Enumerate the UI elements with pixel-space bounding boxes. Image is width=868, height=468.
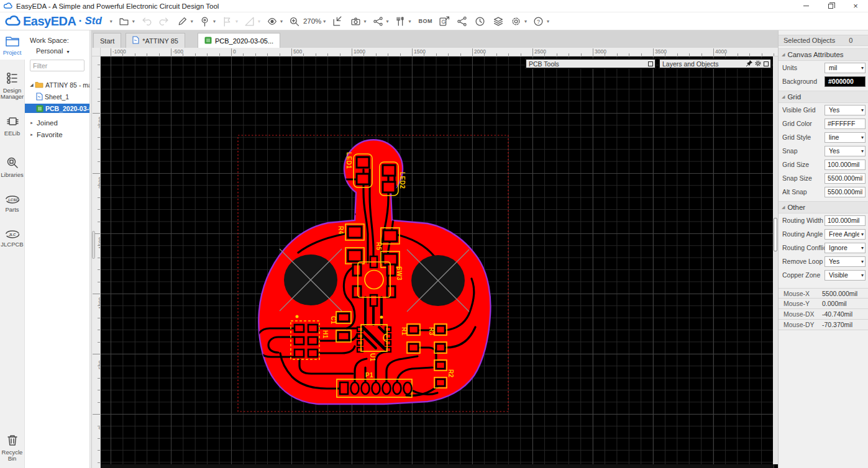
horizontal-scrollbar[interactable] — [101, 464, 773, 468]
easyeda-logo[interactable]: EasyEDA · Std — [5, 14, 102, 29]
field-alt-snap-input[interactable] — [825, 187, 866, 197]
collapse-icon[interactable] — [648, 61, 653, 66]
undo-icon — [140, 14, 153, 29]
tools-dropdown-caret[interactable]: ▾ — [408, 19, 411, 24]
settings-gear-icon[interactable] — [510, 14, 523, 29]
camera-dropdown-caret[interactable]: ▾ — [363, 19, 366, 24]
collapsed-arrow-icon[interactable]: ▸ — [29, 132, 35, 137]
layers-icon[interactable] — [492, 14, 505, 29]
tree-item-project-folder[interactable]: ◢ ATTINY 85 - maste — [25, 80, 89, 89]
collapsed-arrow-icon[interactable]: ▸ — [29, 120, 35, 125]
section-header-other[interactable]: ◢Other — [779, 201, 868, 214]
app-logo-icon — [4, 2, 12, 9]
left-scrollbar-thumb[interactable] — [92, 231, 95, 259]
convert-dropdown-caret[interactable]: ▾ — [386, 19, 388, 24]
sidebar-item-recycle-bin[interactable]: Recycle Bin — [0, 429, 25, 466]
mouse-value: -40.740mil — [822, 310, 852, 318]
zoom-dropdown-caret[interactable]: ▾ — [323, 19, 326, 24]
export-gerber-icon[interactable]: G — [438, 14, 450, 29]
eye-dropdown-caret[interactable]: ▾ — [280, 19, 283, 24]
mouse-label: Mouse-DY — [783, 321, 822, 328]
minimize-button[interactable] — [793, 0, 818, 12]
tree-item-pcb[interactable]: PCB_2020-03-05 — [25, 104, 89, 113]
folder-icon[interactable] — [118, 14, 130, 29]
field-units-select[interactable]: mil▾ — [825, 63, 866, 73]
selected-objects-label: Selected Objects — [783, 37, 835, 44]
sidebar-item-parts[interactable]: LCSC Parts — [0, 191, 25, 217]
collapse-icon[interactable] — [764, 61, 769, 66]
tree-item-favorite[interactable]: ▸ Favorite — [25, 130, 89, 139]
history-icon[interactable] — [474, 14, 487, 29]
tools-icon[interactable] — [394, 14, 406, 29]
workspace-caret: ▾ — [66, 49, 69, 55]
filter-input[interactable] — [30, 60, 85, 71]
field-label: Alt Snap — [782, 188, 825, 196]
field-background-swatch[interactable]: #000000 — [825, 76, 866, 87]
camera-icon[interactable] — [349, 14, 362, 29]
pin-dropdown-caret[interactable]: ▾ — [213, 19, 216, 24]
section-header-grid[interactable]: ◢Grid — [779, 91, 868, 103]
pcb-canvas[interactable]: LED1 LED2 R4 — [92, 48, 778, 468]
tab-pcb[interactable]: PCB_2020-03-05... — [198, 33, 280, 48]
vertical-scrollbar[interactable] — [773, 56, 778, 464]
sidebar-item-project[interactable]: Project — [0, 30, 25, 60]
field-snap-size-input[interactable] — [825, 173, 866, 184]
field-copper-zone-select[interactable]: Visible▾ — [825, 270, 866, 281]
tree-item-sheet[interactable]: Sheet_1 — [25, 92, 89, 101]
layers-objects-panel[interactable]: Layers and Objects — [659, 58, 772, 69]
zoom-level[interactable]: 270% — [303, 17, 321, 25]
field-grid-style-select[interactable]: line▾ — [825, 132, 866, 143]
workspace-selector[interactable]: Personal ▾ — [25, 47, 89, 55]
help-icon[interactable]: ? — [532, 14, 545, 29]
pin-icon[interactable] — [746, 60, 752, 68]
align-tool-icon — [244, 14, 256, 29]
bom-button[interactable]: BOM — [418, 18, 432, 24]
svg-text:R5: R5 — [375, 242, 382, 251]
help-dropdown-caret[interactable]: ▾ — [547, 19, 549, 24]
align-dropdown-caret: ▾ — [258, 19, 260, 24]
project-panel: Work Space: Personal ▾ ◢ ATTINY 85 - mas… — [25, 30, 89, 468]
chevron-down-icon: ▾ — [861, 245, 864, 251]
zoom-in-icon[interactable] — [288, 14, 301, 29]
restore-button[interactable] — [818, 0, 843, 12]
sidebar-item-eelib[interactable]: EELib — [0, 110, 25, 140]
import-icon[interactable] — [331, 14, 344, 29]
field-routing-conflict-select[interactable]: Ignore▾ — [825, 243, 866, 253]
settings-dropdown-caret[interactable]: ▾ — [524, 19, 527, 24]
tab-start[interactable]: Start — [93, 33, 121, 48]
field-grid-size-input[interactable] — [825, 160, 866, 170]
field-label: Grid Color — [782, 120, 825, 127]
svg-text:R3: R3 — [428, 327, 435, 336]
pencil-dropdown-caret[interactable]: ▾ — [191, 19, 193, 24]
folder-dropdown-caret[interactable]: ▾ — [132, 19, 135, 24]
eye-icon[interactable] — [266, 14, 278, 29]
brand-dropdown-caret[interactable]: ▾ — [110, 19, 112, 24]
sidebar-item-libraries[interactable]: Libraries — [0, 151, 25, 182]
collapse-triangle-icon: ◢ — [782, 205, 785, 210]
field-remove-loop-select[interactable]: Yes▾ — [825, 256, 866, 267]
field-row-routing-conflict: Routing ConflictIgnore▾ — [779, 241, 868, 254]
field-snap-select[interactable]: Yes▾ — [825, 146, 866, 156]
flag-dropdown-caret: ▾ — [235, 19, 238, 24]
svg-text:R2: R2 — [447, 369, 454, 378]
gear-icon[interactable] — [755, 60, 761, 68]
field-row-routing-width: Routing Width — [779, 214, 868, 227]
close-button[interactable]: × — [843, 0, 868, 12]
field-routing-angle-select[interactable]: Free Angle▾ — [825, 229, 866, 240]
section-header-canvas-attributes[interactable]: ◢Canvas Attributes — [779, 48, 868, 61]
select-value: Ignore — [829, 244, 859, 251]
pencil-icon[interactable] — [176, 14, 189, 29]
location-pin-icon[interactable] — [199, 14, 211, 29]
pcb-tools-panel[interactable]: PCB Tools — [525, 58, 656, 69]
field-visible-grid-select[interactable]: Yes▾ — [825, 105, 866, 115]
tree-item-joined[interactable]: ▸ Joined — [25, 118, 89, 127]
field-routing-width-input[interactable] — [825, 215, 866, 226]
expand-arrow-icon[interactable]: ◢ — [29, 83, 35, 88]
vertical-scrollbar-thumb[interactable] — [774, 218, 777, 251]
sidebar-item-design-manager[interactable]: Design Manager — [0, 67, 25, 104]
sidebar-item-jlcpcb[interactable]: JLC JLCPCB — [0, 225, 25, 251]
field-grid-color-input[interactable] — [825, 119, 866, 129]
schematic-to-pcb-icon[interactable] — [372, 14, 384, 29]
tab-schematic[interactable]: *ATTINY 85 — [126, 33, 185, 48]
share-icon[interactable] — [456, 14, 468, 29]
